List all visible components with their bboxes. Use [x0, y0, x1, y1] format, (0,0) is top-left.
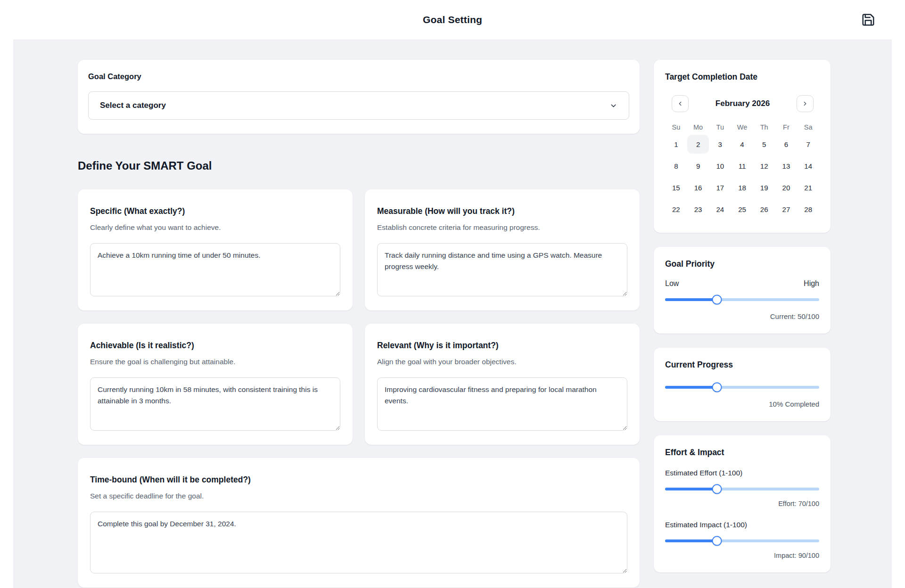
- calendar-day-19[interactable]: 19: [753, 178, 775, 197]
- target-date-title: Target Completion Date: [665, 72, 819, 82]
- slider-fill: [665, 298, 717, 301]
- calendar-day-7[interactable]: 7: [797, 135, 819, 154]
- calendar-day-8[interactable]: 8: [665, 156, 687, 175]
- goal-setting-app: Goal Setting Goal Category Select a cate…: [13, 0, 892, 588]
- calendar-day-14[interactable]: 14: [797, 156, 819, 175]
- goal-priority-card: Goal Priority Low High Current: 50/100: [654, 247, 831, 334]
- relevant-input[interactable]: Improving cardiovascular fitness and pre…: [377, 377, 627, 431]
- calendar-day-6[interactable]: 6: [775, 135, 798, 154]
- save-icon: [861, 13, 875, 27]
- achievable-input[interactable]: Currently running 10km in 58 minutes, wi…: [90, 377, 340, 431]
- specific-subtitle: Clearly define what you want to achieve.: [90, 223, 340, 232]
- calendar-day-5[interactable]: 5: [753, 135, 775, 154]
- priority-value-text: Current: 50/100: [665, 312, 819, 320]
- priority-slider[interactable]: [665, 294, 819, 305]
- calendar-day-23[interactable]: 23: [687, 200, 709, 219]
- time-bound-input[interactable]: Complete this goal by December 31, 2024.: [90, 512, 627, 573]
- priority-high-label: High: [804, 279, 819, 288]
- page-title: Goal Setting: [423, 14, 482, 25]
- calendar-weekday: We: [731, 123, 753, 131]
- calendar-day-12[interactable]: 12: [753, 156, 775, 175]
- relevant-subtitle: Align the goal with your broader objecti…: [377, 358, 627, 366]
- progress-slider-wrap: [665, 382, 819, 392]
- current-progress-card: Current Progress 10% Completed: [654, 348, 831, 421]
- achievable-subtitle: Ensure the goal is challenging but attai…: [90, 358, 340, 366]
- priority-low-label: Low: [665, 279, 679, 288]
- calendar-day-16[interactable]: 16: [687, 178, 709, 197]
- calendar-day-15[interactable]: 15: [665, 178, 687, 197]
- impact-value-text: Impact: 90/100: [665, 552, 819, 559]
- slider-fill: [665, 386, 717, 389]
- right-column: Target Completion Date February 2026: [654, 60, 831, 572]
- goal-category-card: Goal Category Select a category: [78, 60, 640, 134]
- measurable-subtitle: Establish concrete criteria for measurin…: [377, 223, 627, 232]
- category-select[interactable]: Select a category: [88, 91, 629, 120]
- chevron-down-icon: [609, 102, 617, 110]
- calendar-day-26[interactable]: 26: [753, 200, 775, 219]
- relevant-card: Relevant (Why is it important?) Align th…: [365, 324, 640, 445]
- achievable-card: Achievable (Is it realistic?) Ensure the…: [78, 324, 353, 445]
- calendar-weekday: Fr: [775, 123, 798, 131]
- calendar-day-9[interactable]: 9: [687, 156, 709, 175]
- calendar-day-11[interactable]: 11: [731, 156, 753, 175]
- left-column: Goal Category Select a category Define Y…: [78, 60, 640, 588]
- calendar-month-label: February 2026: [716, 99, 770, 108]
- calendar-day-27[interactable]: 27: [775, 200, 798, 219]
- specific-card: Specific (What exactly?) Clearly define …: [78, 189, 353, 310]
- calendar-day-2[interactable]: 2: [687, 135, 709, 154]
- calendar-day-13[interactable]: 13: [775, 156, 798, 175]
- slider-fill: [665, 539, 717, 542]
- measurable-card: Measurable (How will you track it?) Esta…: [365, 189, 640, 310]
- calendar-day-18[interactable]: 18: [731, 178, 753, 197]
- time-bound-title: Time-bound (When will it be completed?): [90, 475, 627, 485]
- smart-goal-heading: Define Your SMART Goal: [78, 159, 640, 172]
- calendar-day-3[interactable]: 3: [709, 135, 731, 154]
- calendar-day-21[interactable]: 21: [797, 178, 819, 197]
- calendar-weekday: Sa: [797, 123, 819, 131]
- calendar-weekday-row: SuMoTuWeThFrSa: [665, 123, 819, 131]
- specific-input[interactable]: Achieve a 10km running time of under 50 …: [90, 243, 340, 296]
- calendar-prev-button[interactable]: [672, 95, 689, 112]
- calendar-weekday: Su: [665, 123, 687, 131]
- main-content: Goal Category Select a category Define Y…: [13, 40, 892, 588]
- progress-slider[interactable]: [665, 382, 819, 392]
- slider-fill: [665, 488, 717, 490]
- effort-slider-thumb[interactable]: [712, 484, 722, 494]
- time-bound-card: Time-bound (When will it be completed?) …: [78, 458, 640, 588]
- calendar-day-4[interactable]: 4: [731, 135, 753, 154]
- priority-minmax-row: Low High: [665, 279, 819, 288]
- calendar-day-1[interactable]: 1: [665, 135, 687, 154]
- page: Goal Setting Goal Category Select a cate…: [0, 0, 905, 588]
- calendar-weekday: Tu: [709, 123, 731, 131]
- impact-slider[interactable]: [665, 536, 819, 546]
- calendar-day-28[interactable]: 28: [797, 200, 819, 219]
- progress-slider-thumb[interactable]: [712, 383, 722, 392]
- effort-slider[interactable]: [665, 484, 819, 494]
- category-select-value: Select a category: [100, 101, 166, 110]
- priority-slider-thumb[interactable]: [712, 295, 722, 305]
- calendar-day-17[interactable]: 17: [709, 178, 731, 197]
- calendar-day-25[interactable]: 25: [731, 200, 753, 219]
- relevant-title: Relevant (Why is it important?): [377, 341, 627, 351]
- estimated-effort-label: Estimated Effort (1-100): [665, 469, 819, 477]
- impact-slider-thumb[interactable]: [712, 536, 722, 546]
- calendar-day-20[interactable]: 20: [775, 178, 798, 197]
- goal-priority-title: Goal Priority: [665, 259, 819, 269]
- header: Goal Setting: [13, 0, 892, 40]
- chevron-left-icon: [677, 100, 683, 107]
- estimated-impact-label: Estimated Impact (1-100): [665, 521, 819, 529]
- calendar-day-10[interactable]: 10: [709, 156, 731, 175]
- target-date-card: Target Completion Date February 2026: [654, 60, 831, 233]
- time-bound-subtitle: Set a specific deadline for the goal.: [90, 492, 627, 500]
- calendar-next-button[interactable]: [797, 95, 814, 112]
- calendar-weekday: Mo: [687, 123, 709, 131]
- measurable-input[interactable]: Track daily running distance and time us…: [377, 243, 627, 296]
- effort-value-text: Effort: 70/100: [665, 500, 819, 507]
- calendar-day-22[interactable]: 22: [665, 200, 687, 219]
- save-button[interactable]: [860, 11, 877, 28]
- specific-title: Specific (What exactly?): [90, 206, 340, 216]
- calendar-day-24[interactable]: 24: [709, 200, 731, 219]
- calendar-day-grid: 1234567891011121314151617181920212223242…: [665, 135, 819, 219]
- calendar-nav: February 2026: [665, 95, 819, 112]
- goal-category-label: Goal Category: [88, 72, 629, 81]
